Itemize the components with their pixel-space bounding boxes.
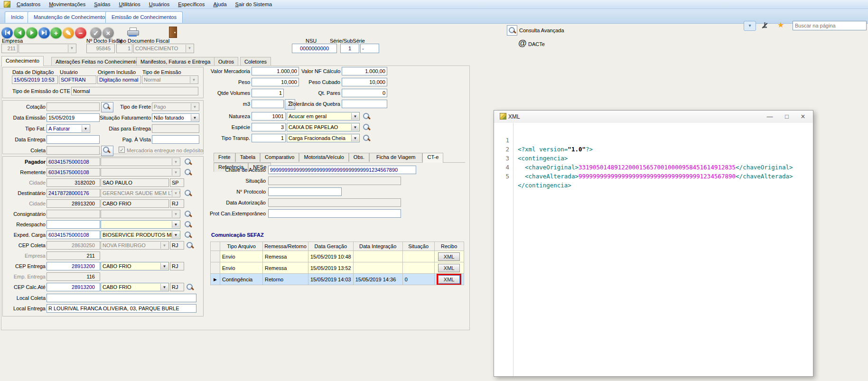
menu-movimentacoes[interactable]: Movimentações	[45, 0, 90, 9]
menu-utilitarios[interactable]: Utilitários	[114, 0, 144, 9]
menu-usuarios[interactable]: Usuários	[145, 0, 174, 9]
cell-rr[interactable]: Remessa	[263, 251, 308, 262]
menu-cadastros[interactable]: Cadastros	[12, 0, 45, 9]
tipo-transp-combo[interactable]: Carga Fracionada Cheia▼	[287, 134, 360, 142]
previous-record-button[interactable]	[14, 27, 25, 38]
local-entrega-field[interactable]: R LOURIVAL FRANCA OLIVEIRA, 03, PARQUE B…	[47, 304, 196, 313]
redespacho-name-combo[interactable]: ▼	[101, 220, 180, 229]
m3-field[interactable]	[252, 100, 284, 108]
protocolo-field[interactable]	[268, 187, 342, 196]
local-coleta-field[interactable]	[47, 294, 196, 302]
cell-rr[interactable]: Remessa	[263, 262, 308, 274]
next-record-button[interactable]	[26, 27, 37, 38]
mercadoria-checkbox[interactable]: ✓	[119, 147, 125, 153]
especie-code-field[interactable]: 3	[252, 123, 286, 131]
tab-comparativo[interactable]: Comparativo	[260, 153, 299, 162]
dacte-icon[interactable]: @	[518, 38, 527, 48]
find-on-page-input[interactable]	[793, 21, 867, 30]
add-record-button[interactable]: +	[50, 27, 62, 38]
redespacho-code-field[interactable]	[47, 220, 100, 229]
tab-cte[interactable]: CT-e	[422, 153, 443, 163]
tab-alteracoes[interactable]: Alterações Feitas no Conhecimento	[51, 57, 142, 66]
pagador-search-icon[interactable]	[184, 158, 193, 167]
exped-carga-search-icon[interactable]	[184, 231, 193, 240]
peso-field[interactable]: 10,000	[252, 78, 299, 86]
peso-cubado-field[interactable]: 10,000	[342, 78, 387, 86]
dropdown-arrow-icon[interactable]: ▼	[160, 284, 168, 290]
subserie-field[interactable]: -	[360, 44, 379, 53]
dropdown-arrow-icon[interactable]: ▼	[172, 221, 179, 228]
tipo-transp-search-icon[interactable]	[363, 134, 371, 143]
exit-button[interactable]	[169, 27, 177, 38]
tab-outros[interactable]: Outros	[214, 57, 238, 66]
cell-geracao[interactable]: 15/05/2019 14:03	[308, 274, 354, 285]
qt-pares-field[interactable]: 0	[342, 89, 387, 97]
advanced-search-button[interactable]	[507, 25, 517, 36]
xml-button[interactable]: XML	[438, 252, 460, 261]
cell-rr[interactable]: Retorno	[263, 274, 308, 285]
dropdown-arrow-icon[interactable]: ▼	[351, 124, 359, 130]
xml-window-titlebar[interactable]: XML — □ ×	[494, 111, 813, 123]
favorite-star-icon[interactable]: ★	[777, 20, 784, 30]
natureza-search-icon[interactable]	[363, 112, 371, 121]
menu-ajuda[interactable]: Ajuda	[209, 0, 231, 9]
table-row-selected[interactable]: ▶ Contingência Retorno 15/05/2019 14:03 …	[211, 274, 464, 285]
tab-inicio[interactable]: Início	[5, 11, 29, 23]
dropdown-arrow-icon[interactable]: ▼	[191, 114, 198, 121]
edit-record-button[interactable]: ✎	[63, 27, 74, 38]
advanced-search-label[interactable]: Consulta Avançada	[519, 28, 564, 33]
close-button[interactable]: ×	[796, 112, 810, 121]
nsu-field[interactable]: 0000000000	[292, 44, 337, 53]
confirm-button[interactable]: ✓	[90, 27, 102, 38]
maximize-button[interactable]: □	[780, 112, 794, 121]
exped-carga-name-combo[interactable]: BIOSERVICE PRODUTOS MEDIC▼	[101, 231, 180, 239]
print-button[interactable]	[127, 28, 139, 37]
redespacho-search-icon[interactable]	[184, 221, 193, 229]
pag-vista-field[interactable]	[152, 135, 199, 144]
cep-calc-search-icon[interactable]	[186, 283, 195, 292]
cell-situacao[interactable]: 0	[402, 274, 434, 285]
cell-geracao[interactable]: 15/05/2019 10:48	[308, 251, 354, 262]
cep-entrega-name-combo[interactable]: CABO FRIO▼	[101, 262, 169, 270]
cep-coleta-search-icon[interactable]	[186, 242, 195, 250]
especie-combo[interactable]: CAIXA DE PAPELAO▼	[287, 123, 360, 131]
chave-acesso-field[interactable]: 9999999999999999999999999999999999123456…	[268, 166, 416, 174]
cell-tipo[interactable]: Envio	[220, 262, 263, 274]
table-row[interactable]: Envio Remessa 15/05/2019 13:52 XML	[211, 262, 464, 274]
row-selector-cell[interactable]	[211, 251, 220, 262]
situacao-faturamento-combo[interactable]: Não faturado▼	[152, 113, 199, 122]
dropdown-arrow-icon[interactable]: ▼	[172, 232, 179, 238]
tolerancia-field[interactable]	[342, 100, 387, 108]
menu-especificos[interactable]: Específicos	[174, 0, 209, 9]
tab-conhecimento[interactable]: Conhecimento	[1, 56, 44, 66]
cell-integracao[interactable]: 15/05/2019 14:36	[353, 274, 402, 285]
natureza-code-field[interactable]: 1001	[252, 112, 286, 121]
chevron-down-icon[interactable]: ▾	[744, 21, 756, 31]
cell-tipo[interactable]: Contingência	[220, 274, 263, 285]
serie-field[interactable]: 1	[340, 44, 359, 53]
pin-icon[interactable]	[761, 22, 768, 29]
first-record-button[interactable]	[1, 27, 13, 38]
menu-saidas[interactable]: Saídas	[90, 0, 114, 9]
valor-nf-field[interactable]: 1.000,00	[342, 67, 387, 75]
cell-integracao[interactable]	[353, 251, 402, 262]
row-selector-cell[interactable]	[211, 262, 220, 274]
cep-entrega-code-field[interactable]: 28913200	[47, 262, 100, 270]
dropdown-arrow-icon[interactable]: ▼	[160, 263, 168, 269]
cell-geracao[interactable]: 15/05/2019 13:52	[308, 262, 354, 274]
row-selector-cell[interactable]: ▶	[211, 274, 220, 285]
cancel-button[interactable]: ×	[103, 27, 114, 38]
xml-code-area[interactable]: 1 <?xml version="1.0"?> 2 <contingencia>…	[494, 123, 813, 376]
tab-tabela[interactable]: Tabela	[235, 153, 260, 162]
cell-situacao[interactable]	[402, 262, 434, 274]
dropdown-arrow-icon[interactable]: ▼	[351, 113, 359, 120]
especie-search-icon[interactable]	[363, 123, 371, 132]
tab-manifestos[interactable]: Manifestos, Faturas e Entrega	[136, 57, 215, 66]
cep-calc-code-field[interactable]: 28913200	[47, 283, 100, 291]
table-row[interactable]: Envio Remessa 15/05/2019 10:48 XML	[211, 251, 464, 262]
last-record-button[interactable]	[38, 27, 50, 38]
dacte-label[interactable]: DACTe	[528, 41, 545, 47]
menu-sair[interactable]: Sair do Sistema	[231, 0, 277, 9]
valor-mercadoria-field[interactable]: 1.000,00	[252, 67, 299, 75]
minimize-button[interactable]: —	[763, 112, 777, 121]
